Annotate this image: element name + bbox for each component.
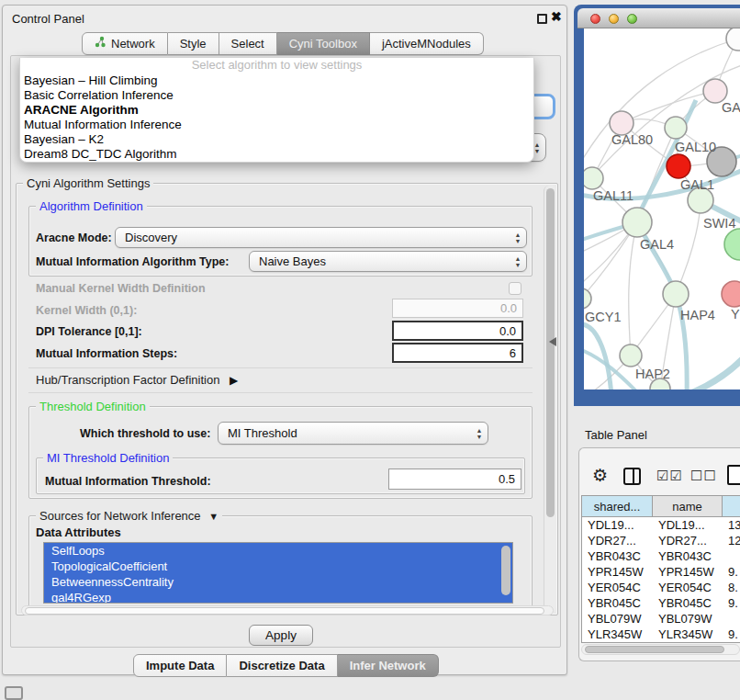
table-row[interactable]: YPR145WYPR145W9. [582,564,740,580]
close-button[interactable] [590,14,600,24]
table-cell[interactable]: YBL079W [582,611,653,627]
algorithm-option[interactable]: Mutual Information Inference [20,118,533,132]
tab-impute-data[interactable]: Impute Data [133,654,227,677]
settings-hscrollbar-thumb[interactable] [25,607,544,615]
table-row[interactable]: YBR045CYBR045C9. [582,595,740,611]
table-cell[interactable] [723,548,740,564]
tab-cyni-toolbox[interactable]: Cyni Toolbox [277,32,370,55]
data-attributes-list[interactable]: SelfLoopsTopologicalCoefficientBetweenne… [43,542,513,604]
table-cell[interactable]: YPR145W [653,564,723,580]
table-hscrollbar[interactable] [581,644,740,655]
table-cell[interactable]: YBR043C [653,548,723,564]
column-header-shared-name[interactable]: shared... [582,496,653,516]
settings-scrollbar-thumb[interactable] [546,188,555,517]
float-window-icon[interactable] [537,14,547,24]
table-cell[interactable]: YER054C [653,580,723,595]
mi-algorithm-type-select[interactable]: Naive Bayes ▲▼ [249,251,527,272]
table-cell[interactable]: 12 [723,533,740,548]
zoom-button[interactable] [627,14,637,24]
which-threshold-select[interactable]: MI Threshold ▲▼ [218,422,488,445]
network-node[interactable] [722,281,740,307]
table-cell[interactable]: YPR145W [582,564,653,580]
table-cell[interactable]: YDL19... [582,517,653,533]
table-cell[interactable] [723,611,740,627]
export-table-icon[interactable] [727,465,740,485]
column-header-partial[interactable] [723,496,740,516]
attributes-scrollbar-thumb[interactable] [501,546,510,595]
table-cell[interactable]: 9. [723,595,740,611]
network-canvas[interactable]: GALGAL80GAL10GAL1GAL11SWI4GAL4GCY1HAP4YH… [584,28,740,390]
data-attribute-item[interactable]: BetweennessCentrality [44,574,512,590]
aracne-mode-select[interactable]: Discovery ▲▼ [115,227,527,248]
table-row[interactable]: YLR345WYLR345W9. [582,627,740,642]
minimized-panel-icon[interactable] [5,686,23,700]
mi-threshold-input[interactable] [388,469,521,490]
tab-style[interactable]: Style [168,32,219,55]
settings-hscrollbar[interactable] [21,605,554,615]
network-node[interactable] [726,28,740,51]
algorithm-option[interactable]: Bayesian – Hill Climbing [20,73,533,88]
network-node[interactable] [584,288,591,309]
hub-expander[interactable]: Hub/Transcription Factor Definition ▶ [36,373,238,387]
settings-scrollbar[interactable] [544,186,556,612]
table-cell[interactable]: 9. [723,564,740,580]
table-cell[interactable]: YLR345W [653,627,723,642]
algorithm-option[interactable]: Basic Correlation Inference [20,88,533,103]
table-cell[interactable]: 8. [723,580,740,595]
split-columns-icon[interactable] [623,468,641,485]
table-settings-gear-icon[interactable]: ⚙ [592,465,608,486]
tab-discretize-data[interactable]: Discretize Data [227,654,337,677]
manual-kernel-checkbox[interactable] [509,282,521,295]
network-node[interactable] [724,229,740,260]
table-cell[interactable]: 9. [723,627,740,642]
data-attribute-item[interactable]: SelfLoops [44,543,512,559]
table-row[interactable]: YIL052CYIL052C9 [582,642,740,643]
tab-network[interactable]: Network [82,32,168,55]
tab-jactivemnodules[interactable]: jActiveMNodules [370,32,484,55]
table-cell[interactable]: YLR345W [582,627,653,642]
table-row[interactable]: YBR043CYBR043C [582,548,740,564]
table-row[interactable]: YBL079WYBL079W [582,611,740,627]
table-row[interactable]: YER054CYER054C8. [582,580,740,595]
algorithm-option[interactable]: Bayesian – K2 [20,132,533,147]
network-node[interactable] [622,208,652,237]
table-cell[interactable]: YBL079W [653,611,723,627]
network-node[interactable] [620,344,642,367]
dpi-tolerance-input[interactable] [392,321,523,341]
node-table[interactable]: shared... name YDL19...YDL19...13YDR27..… [581,495,740,643]
table-cell[interactable]: YDR27... [582,533,653,548]
table-cell[interactable]: YDL19... [653,517,723,533]
table-cell[interactable]: YIL052C [582,642,653,643]
table-hscrollbar-thumb[interactable] [585,646,724,653]
network-window-titlebar[interactable] [577,8,740,28]
network-node[interactable] [667,154,690,178]
table-cell[interactable]: YBR043C [582,548,653,564]
table-cell[interactable]: 13 [723,517,740,533]
table-cell[interactable]: YBR045C [582,595,653,611]
deselect-all-columns-icon[interactable]: ☐☐ [690,468,717,484]
data-attribute-item[interactable]: gal4RGexp [44,590,512,604]
minimize-button[interactable] [609,14,619,24]
select-all-columns-icon[interactable]: ☑☑ [656,468,683,484]
table-cell[interactable]: YIL052C [653,642,723,643]
network-node[interactable] [663,281,689,307]
table-row[interactable]: YDR27...YDR27...12 [582,533,740,548]
network-node[interactable] [584,167,603,189]
tab-select[interactable]: Select [219,32,277,55]
apply-button[interactable]: Apply [249,625,313,646]
tab-infer-network[interactable]: Infer Network [338,654,439,677]
table-cell[interactable]: 9 [723,642,740,643]
algorithm-option[interactable]: Dream8 DC_TDC Algorithm [20,147,533,162]
table-row[interactable]: YDL19...YDL19...13 [582,517,740,533]
close-icon[interactable]: ✖ [551,9,562,24]
algorithm-option[interactable]: ARACNE Algorithm [20,103,533,118]
column-header-name[interactable]: name [653,496,723,516]
kernel-width-input[interactable] [392,299,523,318]
table-cell[interactable]: YDR27... [653,533,723,548]
network-node[interactable] [665,117,687,139]
mi-steps-input[interactable] [392,343,523,363]
table-cell[interactable]: YER054C [582,580,653,595]
sources-group-title[interactable]: Sources for Network Inference ▼ [36,509,222,523]
data-attribute-item[interactable]: TopologicalCoefficient [44,559,512,574]
table-cell[interactable]: YBR045C [653,595,723,611]
